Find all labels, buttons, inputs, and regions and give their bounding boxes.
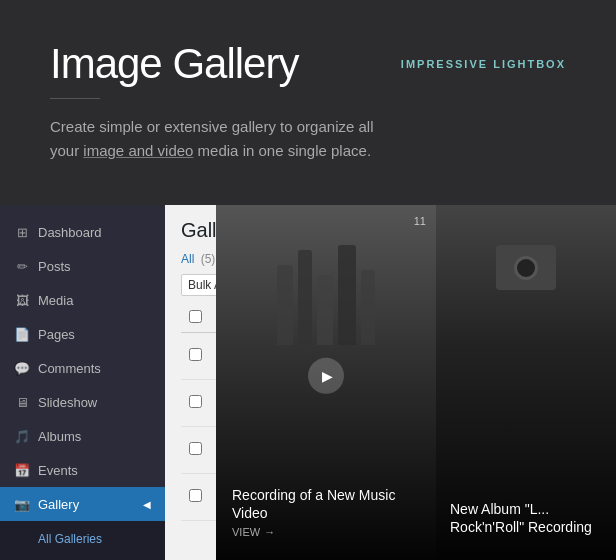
desc-text-3: media in one single place. xyxy=(193,142,371,159)
sidebar-label-dashboard: Dashboard xyxy=(38,225,102,240)
albums-icon: 🎵 xyxy=(14,428,30,444)
select-all-checkbox[interactable] xyxy=(189,310,202,323)
desc-text-2: your xyxy=(50,142,83,159)
silhouette-3 xyxy=(317,275,333,345)
pages-icon: 📄 xyxy=(14,326,30,342)
media-cards: ▶ 11 Recording of a New Music Video VIEW xyxy=(216,205,616,560)
filter-all-link[interactable]: All (5) xyxy=(181,252,218,266)
sidebar-item-albums[interactable]: 🎵 Albums xyxy=(0,419,165,453)
sidebar-label-pages: Pages xyxy=(38,327,75,342)
silhouette-1 xyxy=(277,265,293,345)
submenu-all-galleries[interactable]: All Galleries xyxy=(0,525,165,553)
sidebar-item-media[interactable]: 🖼 Media xyxy=(0,283,165,317)
card-2-bg: New Album "L... Rock'n'Roll" Recording xyxy=(436,205,616,560)
divider-line xyxy=(50,98,100,99)
sidebar-label-comments: Comments xyxy=(38,361,101,376)
sidebar-label-events: Events xyxy=(38,463,78,478)
camera-lens xyxy=(514,256,538,280)
gallery-icon: 📷 xyxy=(14,496,30,512)
play-icon-1: ▶ xyxy=(322,367,333,383)
sidebar-item-gallery[interactable]: 📷 Gallery ◀ xyxy=(0,487,165,521)
sidebar-item-pages[interactable]: 📄 Pages xyxy=(0,317,165,351)
row-checkbox-1[interactable] xyxy=(189,348,202,361)
camera-shape xyxy=(496,245,556,290)
silhouette-4 xyxy=(338,245,356,345)
header-description: Create simple or extensive gallery to or… xyxy=(50,115,430,163)
sidebar-label-media: Media xyxy=(38,293,73,308)
card-number-1: 11 xyxy=(414,215,426,227)
sidebar-item-posts[interactable]: ✏ Posts xyxy=(0,249,165,283)
sidebar-label-slideshow: Slideshow xyxy=(38,395,97,410)
header-top: Image Gallery IMPRESSIVE LIGHTBOX xyxy=(50,40,566,88)
sidebar-label-gallery: Gallery xyxy=(38,497,79,512)
card-2-title: New Album "L... Rock'n'Roll" Recording xyxy=(450,500,602,536)
sidebar-label-posts: Posts xyxy=(38,259,71,274)
card-1-footer: Recording of a New Music Video VIEW xyxy=(232,486,420,544)
comments-icon: 💬 xyxy=(14,360,30,376)
row-checkbox-2[interactable] xyxy=(189,395,202,408)
silhouettes-group xyxy=(216,225,436,345)
sidebar-item-events[interactable]: 📅 Events xyxy=(0,453,165,487)
media-card-1: ▶ 11 Recording of a New Music Video VIEW xyxy=(216,205,436,560)
events-icon: 📅 xyxy=(14,462,30,478)
card-1-title: Recording of a New Music Video xyxy=(232,486,420,522)
media-icon: 🖼 xyxy=(14,292,30,308)
wp-sidebar: ⊞ Dashboard ✏ Posts 🖼 Media 📄 Pages 💬 Co… xyxy=(0,205,165,560)
header-section: Image Gallery IMPRESSIVE LIGHTBOX Create… xyxy=(0,0,616,183)
gallery-submenu: All Galleries Add New Gallery Albums xyxy=(0,521,165,560)
page-title: Image Gallery xyxy=(50,40,298,88)
sidebar-item-dashboard[interactable]: ⊞ Dashboard xyxy=(0,215,165,249)
main-wrapper: Image Gallery IMPRESSIVE LIGHTBOX Create… xyxy=(0,0,616,560)
card-1-view-label: VIEW xyxy=(232,526,260,538)
brand-tag: IMPRESSIVE LIGHTBOX xyxy=(401,58,566,70)
desc-link[interactable]: image and video xyxy=(83,142,193,159)
card-2-footer: New Album "L... Rock'n'Roll" Recording xyxy=(450,500,602,540)
desc-text-1: Create simple or extensive gallery to or… xyxy=(50,118,374,135)
submenu-add-new[interactable]: Add New Gallery xyxy=(0,553,165,560)
card-1-view-link[interactable]: VIEW xyxy=(232,526,420,538)
sidebar-label-albums: Albums xyxy=(38,429,81,444)
play-button-1[interactable]: ▶ xyxy=(308,357,344,393)
gallery-arrow: ◀ xyxy=(143,499,151,510)
all-count: (5) xyxy=(201,252,216,266)
media-card-2: New Album "L... Rock'n'Roll" Recording xyxy=(436,205,616,560)
dashboard-icon: ⊞ xyxy=(14,224,30,240)
slideshow-icon: 🖥 xyxy=(14,394,30,410)
silhouette-5 xyxy=(361,270,375,345)
posts-icon: ✏ xyxy=(14,258,30,274)
content-area: ⊞ Dashboard ✏ Posts 🖼 Media 📄 Pages 💬 Co… xyxy=(0,205,616,560)
row-checkbox-3[interactable] xyxy=(189,442,202,455)
row-checkbox-4[interactable] xyxy=(189,489,202,502)
silhouette-2 xyxy=(298,250,312,345)
sidebar-item-comments[interactable]: 💬 Comments xyxy=(0,351,165,385)
card-1-bg: ▶ 11 Recording of a New Music Video VIEW xyxy=(216,205,436,560)
sidebar-item-slideshow[interactable]: 🖥 Slideshow xyxy=(0,385,165,419)
